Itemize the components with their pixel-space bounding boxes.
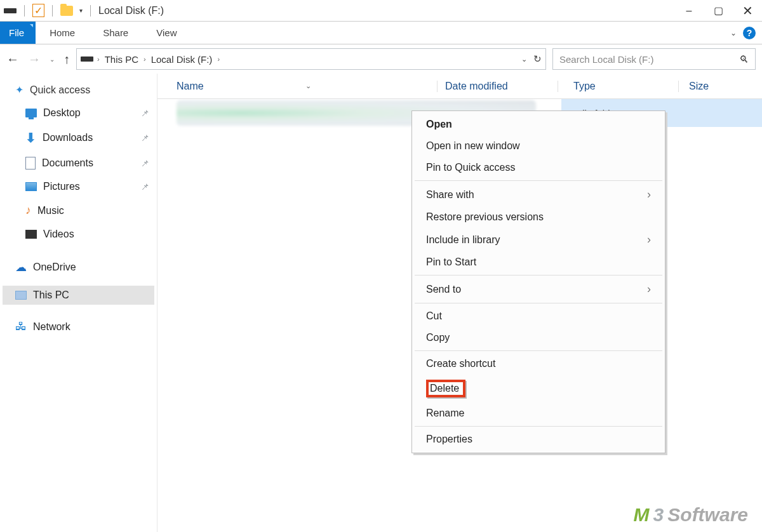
menu-include-library-label: Include in library [426,234,500,246]
tab-share[interactable]: Share [89,22,142,44]
sidebar-item-pictures[interactable]: Pictures 📌︎ [3,177,154,196]
file-menu-button[interactable]: File [0,22,36,44]
menu-delete-label: Delete [426,380,465,397]
videos-icon [25,230,37,239]
recent-dropdown-icon[interactable]: ⌄ [50,56,55,63]
chevron-right-icon[interactable]: › [97,55,100,63]
logo-software: Software [667,504,748,526]
properties-qat-icon[interactable]: ✓ [32,4,44,17]
sidebar-item-music[interactable]: ♪ Music [3,200,154,221]
address-bar[interactable]: › This PC › Local Disk (F:) › ⌄ ↻ [76,48,546,70]
qat-icons: ✓ ▾ [0,4,93,17]
sidebar-item-documents[interactable]: Documents 📌︎ [3,153,154,173]
search-icon[interactable]: 🔍︎ [739,54,749,65]
downloads-icon: ⬇ [25,130,36,145]
sidebar-quick-access[interactable]: ✦ Quick access [3,80,154,100]
menu-pin-start[interactable]: Pin to Start [412,251,665,273]
column-headers: Name ⌄ Date modified Type Size [157,74,762,99]
menu-share-with[interactable]: Share with› [412,183,665,206]
menu-restore-versions[interactable]: Restore previous versions [412,206,665,228]
menu-separator [415,180,662,181]
menu-cut[interactable]: Cut [412,305,665,327]
menu-separator [415,303,662,303]
column-name-label: Name [177,81,204,92]
menu-open[interactable]: Open [412,114,665,135]
network-label: Network [33,321,70,333]
column-name[interactable]: Name ⌄ [177,81,437,92]
minimize-button[interactable]: – [674,0,704,22]
sidebar-item-downloads[interactable]: ⬇ Downloads 📌︎ [3,126,154,149]
column-type[interactable]: Type [558,81,678,92]
chevron-right-icon[interactable]: › [217,55,220,63]
documents-icon [25,157,36,170]
menu-properties[interactable]: Properties [412,429,665,450]
menu-pin-quick-access[interactable]: Pin to Quick access [412,157,665,178]
menu-copy[interactable]: Copy [412,327,665,349]
maximize-button[interactable]: ▢ [704,0,733,22]
pin-icon: 📌︎ [140,133,149,143]
breadcrumb-segment[interactable]: Local Disk (F:) [150,54,214,65]
star-icon: ✦ [15,84,23,96]
desktop-icon [25,109,37,117]
folder-icon [60,6,73,16]
refresh-icon[interactable]: ↻ [533,53,542,65]
logo-3: 3 [653,504,664,526]
menu-open-new-window[interactable]: Open in new window [412,135,665,157]
sidebar-item-videos[interactable]: Videos [3,225,154,244]
title-bar: ✓ ▾ Local Disk (F:) – ▢ ✕ [0,0,762,22]
column-date[interactable]: Date modified [437,81,558,92]
up-button[interactable]: ↑ [64,52,70,67]
chevron-right-icon: › [647,233,651,246]
sidebar-item-label: Videos [43,229,74,240]
sidebar-network[interactable]: 🖧 Network [3,316,154,337]
quick-access-label: Quick access [30,84,90,96]
ribbon-collapse-icon[interactable]: ⌄ [730,29,737,37]
qat-dropdown-icon[interactable]: ▾ [79,7,83,14]
search-input[interactable]: Search Local Disk (F:) 🔍︎ [552,48,756,70]
chevron-right-icon: › [647,283,651,296]
menu-share-with-label: Share with [426,189,474,201]
column-size[interactable]: Size [678,81,762,92]
context-menu: Open Open in new window Pin to Quick acc… [411,110,665,453]
sidebar-onedrive[interactable]: ☁ OneDrive [3,256,154,278]
sidebar-item-label: Documents [42,157,93,169]
sidebar-this-pc[interactable]: This PC [3,286,154,305]
sidebar-item-label: Pictures [43,181,80,192]
pc-icon [15,291,27,300]
menu-include-library[interactable]: Include in library› [412,228,665,251]
tab-view[interactable]: View [142,22,190,44]
pin-icon: 📌︎ [140,182,149,192]
menu-rename[interactable]: Rename [412,402,665,424]
separator [90,5,91,17]
close-button[interactable]: ✕ [733,0,762,22]
file-list-pane: Name ⌄ Date modified Type Size File fold… [157,74,762,532]
breadcrumb-segment[interactable]: This PC [104,54,140,65]
music-icon: ♪ [25,204,31,217]
tab-home[interactable]: Home [36,22,89,44]
window-title: Local Disk (F:) [98,5,164,17]
pin-icon: 📌︎ [140,158,149,168]
sidebar-item-label: Music [37,205,64,216]
pin-icon: 📌︎ [140,108,149,118]
onedrive-label: OneDrive [33,262,76,273]
pictures-icon [25,182,37,191]
help-icon[interactable]: ? [743,27,756,39]
address-dropdown-icon[interactable]: ⌄ [521,55,527,63]
chevron-right-icon[interactable]: › [144,55,146,63]
drive-icon [4,8,17,13]
sidebar-item-label: Downloads [43,132,93,143]
back-button[interactable]: ← [6,52,19,67]
forward-button[interactable]: → [28,52,41,67]
separator [52,5,53,17]
menu-send-to-label: Send to [426,284,461,295]
chevron-right-icon: › [647,188,651,201]
sort-indicator-icon: ⌄ [305,82,311,90]
menu-delete[interactable]: Delete [412,375,665,402]
cloud-icon: ☁ [15,260,27,274]
menu-separator [415,350,662,351]
sidebar-item-desktop[interactable]: Desktop 📌︎ [3,103,154,123]
drive-icon [81,57,93,62]
menu-create-shortcut[interactable]: Create shortcut [412,353,665,375]
logo-m: M [634,504,650,526]
menu-send-to[interactable]: Send to› [412,277,665,301]
